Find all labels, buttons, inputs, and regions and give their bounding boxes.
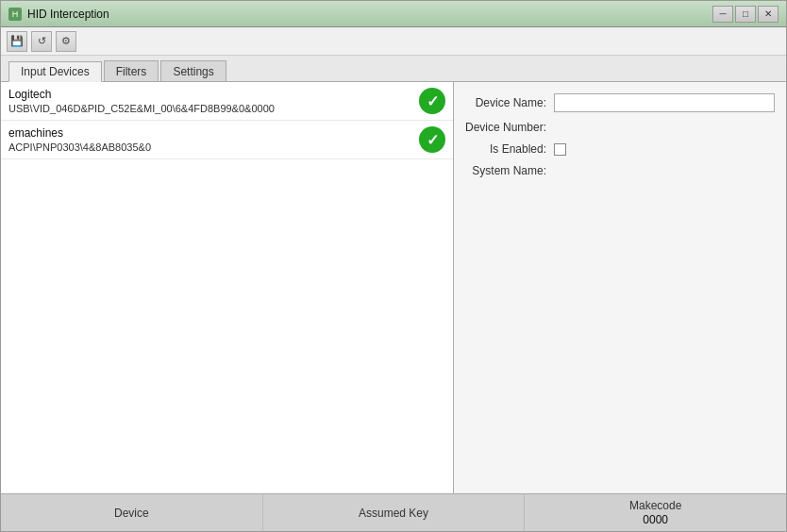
- device-info-logitech: Logitech USB\VID_046D&PID_C52E&MI_00\6&4…: [8, 88, 275, 114]
- system-name-value: [554, 161, 775, 180]
- properties-grid: Device Name: Device Number: Is Enabled: …: [465, 93, 775, 180]
- device-number-label: Device Number:: [465, 121, 550, 134]
- tab-input-devices[interactable]: Input Devices: [8, 61, 102, 82]
- system-name-label: System Name:: [465, 164, 550, 177]
- is-enabled-label: Is Enabled:: [465, 142, 550, 156]
- maximize-button[interactable]: □: [735, 6, 756, 23]
- device-id-emachines: ACPI\PNP0303\4&8AB8035&0: [8, 141, 151, 153]
- status-assumed-key-label: Assumed Key: [359, 507, 428, 520]
- device-list-panel: Logitech USB\VID_046D&PID_C52E&MI_00\6&4…: [1, 82, 454, 493]
- main-content: Logitech USB\VID_046D&PID_C52E&MI_00\6&4…: [1, 82, 786, 493]
- close-button[interactable]: ✕: [758, 6, 779, 23]
- device-name-emachines: emachines: [8, 126, 151, 140]
- status-makecode-label: Makecode: [629, 499, 681, 512]
- status-assumed-key: Assumed Key: [263, 494, 526, 531]
- properties-panel: Device Name: Device Number: Is Enabled: …: [454, 82, 786, 493]
- title-bar: H HID Interception ─ □ ✕: [1, 1, 786, 27]
- save-button[interactable]: 💾: [7, 31, 27, 52]
- status-bar: Device Assumed Key Makecode 0000: [1, 493, 786, 531]
- toolbar: 💾 ↺ ⚙: [1, 27, 786, 56]
- window-title: HID Interception: [27, 8, 109, 21]
- device-id-logitech: USB\VID_046D&PID_C52E&MI_00\6&4FD8B99&0&…: [8, 103, 275, 114]
- list-item[interactable]: emachines ACPI\PNP0303\4&8AB8035&0: [1, 121, 453, 159]
- status-icon-logitech: [419, 88, 445, 114]
- list-item[interactable]: Logitech USB\VID_046D&PID_C52E&MI_00\6&4…: [1, 82, 453, 121]
- tab-filters[interactable]: Filters: [104, 60, 159, 81]
- status-icon-emachines: [419, 126, 445, 153]
- tab-settings[interactable]: Settings: [160, 60, 226, 81]
- title-bar-text: H HID Interception: [8, 8, 109, 21]
- device-name-label: Device Name:: [465, 96, 550, 109]
- tab-bar: Input Devices Filters Settings: [1, 56, 786, 82]
- main-window: H HID Interception ─ □ ✕ 💾 ↺ ⚙ Input Dev…: [0, 0, 787, 532]
- title-controls: ─ □ ✕: [712, 6, 779, 23]
- status-device-label: Device: [114, 507, 149, 520]
- status-makecode-value: 0000: [643, 513, 668, 526]
- settings-button[interactable]: ⚙: [56, 31, 76, 52]
- device-info-emachines: emachines ACPI\PNP0303\4&8AB8035&0: [8, 126, 151, 153]
- refresh-button[interactable]: ↺: [31, 31, 52, 52]
- status-device: Device: [1, 494, 263, 531]
- app-icon: H: [8, 8, 22, 21]
- device-number-value: [554, 118, 775, 137]
- device-name-logitech: Logitech: [8, 88, 275, 101]
- status-makecode: Makecode 0000: [525, 494, 786, 531]
- minimize-button[interactable]: ─: [712, 6, 733, 23]
- device-name-input[interactable]: [554, 93, 775, 112]
- is-enabled-checkbox[interactable]: [554, 143, 566, 156]
